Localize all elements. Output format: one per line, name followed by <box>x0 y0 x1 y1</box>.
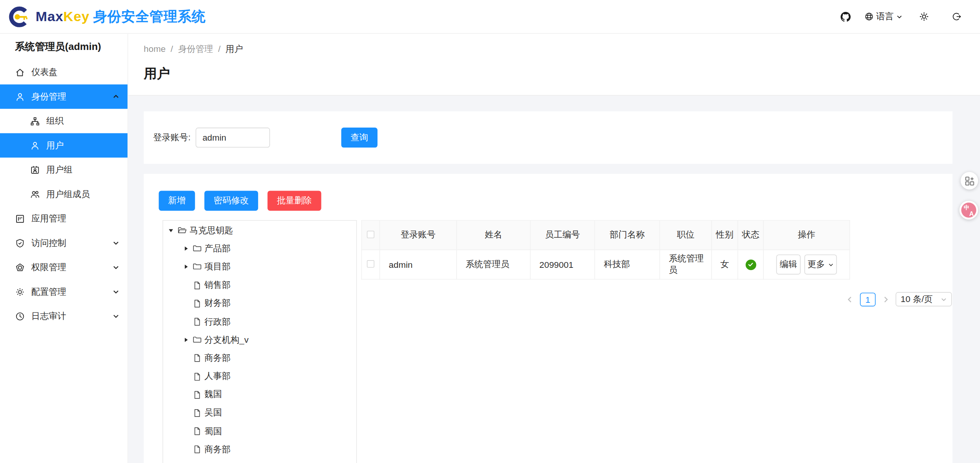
change-password-button[interactable]: 密码修改 <box>204 191 258 211</box>
login-account-input[interactable] <box>195 128 270 148</box>
sidebar-item-label: 用户组成员 <box>46 189 90 200</box>
edit-button[interactable]: 编辑 <box>776 254 800 274</box>
tree-node-label: 魏国 <box>204 389 222 400</box>
tree-node[interactable]: 销售部 <box>166 276 356 295</box>
tree-node[interactable]: 产品部 <box>166 240 356 258</box>
caret-right-icon[interactable] <box>180 337 190 343</box>
sidebar-item-label: 用户组 <box>46 164 72 175</box>
sidebar-item-organization[interactable]: 组织 <box>0 109 127 133</box>
file-icon <box>192 372 202 381</box>
add-button[interactable]: 新增 <box>159 191 195 211</box>
tree-node-label: 行政部 <box>204 316 230 327</box>
current-user-title: 系统管理员(admin) <box>0 34 127 60</box>
sidebar-item-label: 权限管理 <box>31 262 66 273</box>
tree-node[interactable]: 商务部 <box>166 440 356 459</box>
pagination-prev-icon[interactable] <box>846 295 854 303</box>
github-icon[interactable] <box>841 12 851 22</box>
sidebar-item-user-groups[interactable]: 用户组 <box>0 158 127 182</box>
header-gender: 性别 <box>712 221 738 250</box>
file-icon <box>192 445 202 454</box>
breadcrumb-separator: / <box>171 42 173 56</box>
tree-node[interactable]: 行政部 <box>166 313 356 331</box>
caret-right-icon[interactable] <box>180 246 190 252</box>
tree-node[interactable]: 华东区 <box>166 459 356 463</box>
sidebar-item-label: 身份管理 <box>31 91 66 102</box>
tree-node[interactable]: 商务部 <box>166 349 356 368</box>
sidebar-item-application-management[interactable]: 应用管理 <box>0 206 127 231</box>
chevron-down-icon <box>896 13 902 20</box>
breadcrumb-identity-management[interactable]: 身份管理 <box>178 42 213 56</box>
logout-icon[interactable] <box>952 12 961 21</box>
login-account-label: 登录账号: <box>153 132 190 143</box>
cell-position: 系统管理员 <box>660 250 712 279</box>
sidebar-item-access-control[interactable]: 访问控制 <box>0 231 127 255</box>
row-checkbox[interactable] <box>367 260 374 268</box>
chevron-down-icon <box>113 264 119 271</box>
language-switcher[interactable]: 语言 <box>864 11 902 22</box>
page-header: home / 身份管理 / 用户 用户 <box>128 34 980 96</box>
users-table-area: 登录账号 姓名 员工编号 部门名称 职位 性别 状态 操作 <box>361 220 938 307</box>
folder-open-icon <box>177 226 187 235</box>
brand-key: Key <box>63 8 89 24</box>
tree-node[interactable]: 财务部 <box>166 294 356 313</box>
header-select-all <box>362 221 380 250</box>
tree-node-label: 马克思钥匙 <box>189 225 233 236</box>
sidebar-item-log-audit[interactable]: 日志审计 <box>0 304 127 328</box>
batch-delete-button[interactable]: 批量删除 <box>268 191 321 211</box>
tree-node[interactable]: 分支机构_v <box>166 331 356 349</box>
header-employee-no: 员工编号 <box>530 221 595 250</box>
sidebar-item-configuration-management[interactable]: 配置管理 <box>0 280 127 304</box>
pagination-page-1[interactable]: 1 <box>860 292 876 306</box>
team-icon <box>30 189 40 199</box>
breadcrumb: home / 身份管理 / 用户 <box>144 42 980 56</box>
tree-node[interactable]: 吴国 <box>166 404 356 422</box>
translate-button[interactable]: 中 A <box>959 201 978 219</box>
cell-gender: 女 <box>712 250 738 279</box>
search-panel: 登录账号: 查询 <box>144 111 952 164</box>
folder-icon <box>192 244 202 253</box>
chevron-down-icon <box>113 313 119 320</box>
sidebar-item-dashboard[interactable]: 仪表盘 <box>0 60 127 84</box>
breadcrumb-separator: / <box>218 42 220 56</box>
select-all-checkbox[interactable] <box>367 231 374 239</box>
breadcrumb-current: 用户 <box>225 42 243 56</box>
tree-node[interactable]: 蜀国 <box>166 422 356 441</box>
system-title: 身份安全管理系统 <box>93 8 206 24</box>
cell-actions: 编辑更多 <box>763 250 850 279</box>
tree-node-root[interactable]: 马克思钥匙 <box>166 221 356 240</box>
tree-node-label: 吴国 <box>204 407 222 418</box>
tree-node[interactable]: 人事部 <box>166 367 356 386</box>
tree-node-label: 人事部 <box>204 371 230 382</box>
sidebar-item-permission-management[interactable]: 权限管理 <box>0 255 127 279</box>
sidebar-item-users[interactable]: 用户 <box>0 133 127 158</box>
sidebar-item-label: 用户 <box>46 140 64 151</box>
brand-logo[interactable]: MaxKey身份安全管理系统 <box>9 6 206 27</box>
extension-apps-button[interactable] <box>961 172 978 190</box>
sidebar-item-identity-management[interactable]: 身份管理 <box>0 85 127 109</box>
cell-department: 科技部 <box>595 250 660 279</box>
caret-down-icon[interactable] <box>166 228 175 234</box>
page-title: 用户 <box>144 65 980 83</box>
tree-node[interactable]: 魏国 <box>166 386 356 404</box>
header-position: 职位 <box>660 221 712 250</box>
history-clock-icon <box>15 311 25 321</box>
grid-sparkle-icon <box>965 176 974 185</box>
cell-login-account: admin <box>380 250 457 279</box>
breadcrumb-home[interactable]: home <box>144 42 166 56</box>
tree-node[interactable]: 项目部 <box>166 258 356 276</box>
chevron-down-icon <box>113 288 119 295</box>
settings-icon[interactable] <box>919 11 929 22</box>
more-button[interactable]: 更多 <box>805 254 837 274</box>
page-size-select[interactable]: 10 条/页 <box>896 292 952 306</box>
caret-right-icon[interactable] <box>180 264 190 270</box>
chevron-down-icon <box>828 262 834 267</box>
app-window: MaxKey身份安全管理系统 语言 <box>0 0 980 463</box>
sidebar: 系统管理员(admin) 仪表盘 身份管理 组织 用户 用户组 <box>0 34 128 463</box>
cell-employee-no: 2099001 <box>530 250 595 279</box>
page-size-value: 10 条/页 <box>901 294 933 305</box>
pagination-next-icon[interactable] <box>882 295 889 303</box>
sidebar-item-label: 应用管理 <box>31 213 66 224</box>
tree-node-label: 销售部 <box>204 280 230 291</box>
query-button[interactable]: 查询 <box>341 128 377 148</box>
sidebar-item-user-group-members[interactable]: 用户组成员 <box>0 182 127 206</box>
